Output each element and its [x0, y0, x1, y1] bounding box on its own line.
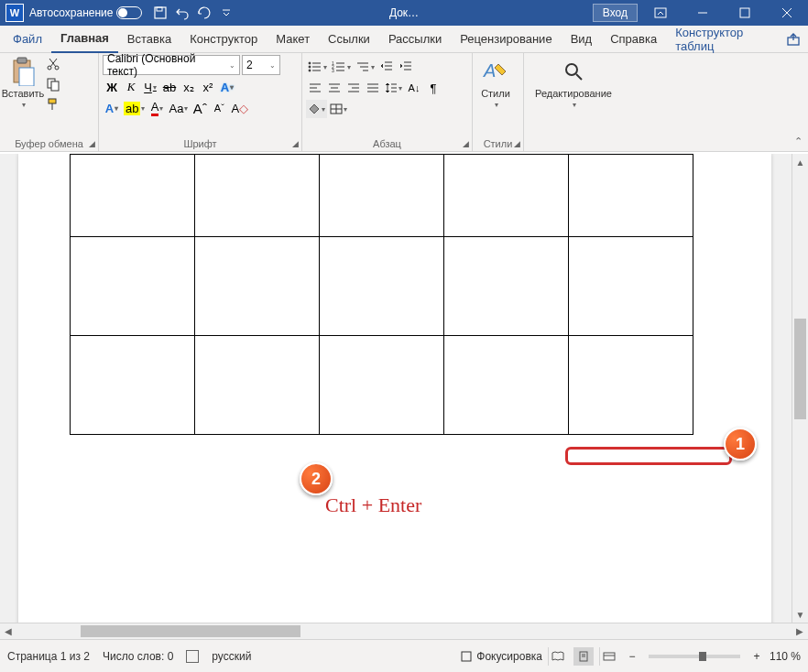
shading-button[interactable]: ▾	[306, 100, 327, 118]
justify-button[interactable]	[364, 79, 382, 97]
format-painter-button[interactable]	[44, 95, 62, 114]
font-color-button[interactable]: A▾	[147, 99, 166, 117]
document-table[interactable]	[70, 154, 693, 435]
svg-point-60	[566, 64, 577, 75]
tab-file[interactable]: Файл	[4, 26, 51, 53]
vertical-scrollbar[interactable]: ▲ ▼	[792, 154, 808, 623]
bold-button[interactable]: Ж	[103, 78, 121, 96]
annotation-badge-1: 1	[724, 428, 757, 461]
group-font: Calibri (Основной текст)⌄ 2⌄ Ж К Ч▾ ab x…	[99, 53, 302, 151]
zoom-in-button[interactable]: +	[749, 650, 764, 663]
zoom-slider[interactable]	[649, 655, 740, 658]
chevron-down-icon: ▾	[22, 101, 26, 109]
change-case-button[interactable]: Aa▾	[167, 99, 190, 117]
chevron-down-icon: ▾	[573, 101, 576, 109]
show-marks-button[interactable]: ¶	[424, 79, 442, 97]
read-mode-button[interactable]	[548, 647, 568, 666]
hscroll-thumb[interactable]	[81, 625, 300, 637]
ribbon-display-options-button[interactable]	[639, 0, 682, 26]
styles-button[interactable]: A Стили ▾	[476, 55, 515, 109]
bullets-button[interactable]: ▾	[306, 58, 329, 76]
editing-button[interactable]: Редактирование ▾	[528, 55, 619, 109]
editing-label: Редактирование	[535, 88, 612, 99]
tab-home[interactable]: Главная	[51, 26, 118, 53]
paragraph-launcher-icon[interactable]: ◢	[463, 139, 469, 148]
svg-rect-11	[19, 68, 34, 86]
scroll-right-icon[interactable]: ▶	[792, 623, 808, 639]
numbering-button[interactable]: 123▾	[330, 58, 353, 76]
superscript-button[interactable]: x²	[199, 78, 217, 96]
minimize-button[interactable]	[682, 0, 724, 26]
horizontal-scrollbar[interactable]: ◀ ▶	[0, 623, 808, 639]
clipboard-launcher-icon[interactable]: ◢	[89, 139, 95, 148]
tab-mailings[interactable]: Рассылки	[379, 26, 451, 53]
highlight-button[interactable]: ab▾	[122, 99, 147, 117]
decrease-indent-button[interactable]	[377, 58, 396, 76]
status-page[interactable]: Страница 1 из 2	[7, 650, 90, 663]
close-button[interactable]	[766, 0, 808, 26]
status-word-count[interactable]: Число слов: 0	[103, 650, 173, 663]
font-color-2-button[interactable]: A▾	[103, 99, 121, 117]
page-1[interactable]: 1 2 Ctrl + Enter	[18, 154, 771, 623]
undo-button[interactable]	[171, 2, 193, 24]
autosave-toggle[interactable]: Автосохранение	[29, 6, 142, 19]
zoom-slider-thumb[interactable]	[699, 652, 706, 661]
group-editing: Редактирование ▾	[524, 53, 625, 151]
scroll-left-icon[interactable]: ◀	[0, 623, 16, 639]
save-button[interactable]	[149, 2, 171, 24]
qat-customize-button[interactable]	[215, 2, 237, 24]
zoom-level[interactable]: 110 %	[770, 650, 801, 663]
print-layout-button[interactable]	[573, 647, 594, 666]
tab-references[interactable]: Ссылки	[319, 26, 379, 53]
align-left-button[interactable]	[306, 79, 324, 97]
sign-in-button[interactable]: Вход	[593, 4, 638, 22]
tab-layout[interactable]: Макет	[267, 26, 319, 53]
focus-mode-button[interactable]: Фокусировка	[460, 650, 542, 663]
spellcheck-icon[interactable]	[186, 650, 199, 663]
line-spacing-button[interactable]: ▾	[383, 79, 404, 97]
paste-button[interactable]: Вставить ▾	[4, 55, 42, 114]
tab-view[interactable]: Вид	[562, 26, 602, 53]
status-language[interactable]: русский	[212, 650, 251, 663]
subscript-button[interactable]: x₂	[180, 78, 198, 96]
group-styles: A Стили ▾ Стили ◢	[473, 53, 524, 151]
share-icon[interactable]	[785, 29, 803, 49]
zoom-out-button[interactable]: −	[625, 650, 639, 663]
tab-insert[interactable]: Вставка	[118, 26, 180, 53]
collapse-ribbon-button[interactable]: ⌃	[794, 135, 803, 147]
tab-review[interactable]: Рецензирование	[451, 26, 561, 53]
tab-design[interactable]: Конструктор	[180, 26, 267, 53]
align-center-button[interactable]	[325, 79, 344, 97]
font-name-combo[interactable]: Calibri (Основной текст)⌄	[103, 55, 240, 75]
chevron-down-icon: ▾	[495, 101, 498, 109]
grow-font-button[interactable]: Aˆ	[191, 99, 209, 117]
scroll-down-icon[interactable]: ▼	[792, 606, 808, 623]
italic-button[interactable]: К	[122, 78, 140, 96]
borders-button[interactable]: ▾	[328, 100, 349, 118]
underline-button[interactable]: Ч▾	[141, 78, 159, 96]
copy-button[interactable]	[44, 75, 62, 93]
styles-launcher-icon[interactable]: ◢	[514, 139, 520, 148]
web-layout-button[interactable]	[599, 647, 619, 666]
scroll-thumb[interactable]	[794, 319, 806, 419]
increase-indent-button[interactable]	[397, 58, 415, 76]
font-size-combo[interactable]: 2⌄	[242, 55, 280, 75]
shrink-font-button[interactable]: Aˇ	[210, 99, 228, 117]
text-effects-button[interactable]: A▾	[218, 78, 236, 96]
multilevel-list-button[interactable]: ▾	[354, 58, 377, 76]
maximize-button[interactable]	[724, 0, 766, 26]
tab-table-design[interactable]: Конструктор таблиц	[666, 26, 781, 53]
styles-icon: A	[481, 57, 510, 86]
scroll-up-icon[interactable]: ▲	[792, 154, 808, 170]
tab-help[interactable]: Справка	[601, 26, 666, 53]
toggle-switch-off-icon[interactable]	[116, 6, 142, 19]
cut-button[interactable]	[44, 55, 62, 73]
align-right-button[interactable]	[344, 79, 363, 97]
clipboard-group-label: Буфер обмена	[0, 138, 98, 149]
redo-button[interactable]	[193, 2, 215, 24]
sort-button[interactable]: A↓	[405, 79, 423, 97]
font-launcher-icon[interactable]: ◢	[292, 139, 299, 148]
group-clipboard: Вставить ▾ Буфер обмена ◢	[0, 53, 99, 151]
strikethrough-button[interactable]: ab	[160, 78, 179, 96]
clear-formatting-button[interactable]: A◇	[229, 99, 250, 117]
